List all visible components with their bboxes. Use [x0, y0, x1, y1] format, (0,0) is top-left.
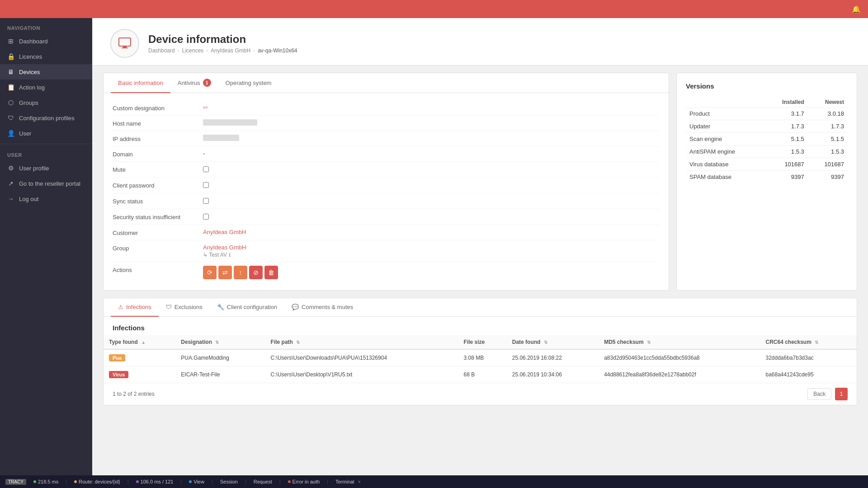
versions-content: Versions Installed Newest Product 3.1.7 … — [677, 73, 857, 192]
page-1-button[interactable]: 1 — [835, 388, 848, 400]
field-custom-designation: Custom designation ✏ — [113, 100, 660, 116]
response-dot — [33, 480, 36, 483]
table-row: Product 3.1.7 3.0.18 — [686, 108, 848, 120]
infections-title: Infections — [113, 324, 848, 332]
svg-rect-2 — [122, 47, 128, 48]
version-newest: 101687 — [808, 158, 848, 171]
bottom-tab-exclusions[interactable]: 🛡 Exclusions — [159, 298, 210, 317]
field-label: Sync status — [113, 197, 203, 205]
infection-filesize: 3.08 MB — [458, 349, 507, 366]
col-date-found[interactable]: Date found ⇅ — [507, 335, 599, 349]
page-title: Device information — [148, 33, 297, 46]
field-label: Custom designation — [113, 104, 203, 112]
infection-designation: PUA.GameModding — [175, 349, 265, 366]
col-file-path[interactable]: File path ⇅ — [265, 335, 458, 349]
type-badge: Pua — [109, 354, 125, 361]
sort-icon: ⇅ — [296, 340, 300, 345]
terminal-close-icon[interactable]: × — [358, 479, 361, 484]
status-request[interactable]: Request — [254, 479, 272, 484]
groups-icon: ⬡ — [7, 99, 14, 106]
lock-icon: 🔒 — [7, 53, 14, 60]
logout-icon: → — [7, 195, 14, 202]
breadcrumb-dashboard[interactable]: Dashboard — [148, 47, 175, 54]
mute-checkbox[interactable] — [203, 166, 209, 172]
svg-rect-1 — [123, 46, 127, 47]
sidebar-item-label: Groups — [19, 99, 38, 106]
infection-md5: 44d88612fea8a8f36de82e1278abb02f — [599, 366, 760, 383]
action-refresh-button[interactable]: ⟳ — [203, 266, 217, 279]
infections-table: Type found ▲ Designation ⇅ File path ⇅ — [104, 335, 857, 383]
infections-header: Infections — [104, 317, 857, 335]
versions-card: Versions Installed Newest Product 3.1.7 … — [676, 73, 857, 291]
sidebar-item-logout[interactable]: → Log out — [0, 191, 92, 206]
client-password-checkbox[interactable] — [203, 182, 209, 188]
field-customer: Customer AnyIdeas GmbH — [113, 225, 660, 240]
version-label: Updater — [686, 120, 764, 133]
field-label: Domain — [113, 150, 203, 158]
pagination-bar: 1 to 2 of 2 entries Back 1 — [104, 383, 857, 405]
sidebar-item-licences[interactable]: 🔒 Licences — [0, 49, 92, 64]
col-type-found[interactable]: Type found ▲ — [104, 335, 175, 349]
col-designation[interactable]: Designation ⇅ — [175, 335, 265, 349]
bottom-tab-comments-mutes[interactable]: 💬 Comments & mutes — [284, 298, 360, 317]
error-dot — [288, 480, 291, 483]
breadcrumb-customer[interactable]: AnyIdeas GmbH — [211, 47, 250, 54]
group-value: AnyIdeas GmbH ↳ Test AV ℹ — [203, 244, 660, 258]
main-content: Device information Dashboard › Licences … — [92, 18, 868, 475]
sidebar-item-user-profile[interactable]: ⚙ User profile — [0, 160, 92, 176]
version-installed: 3.1.7 — [764, 108, 808, 120]
status-view[interactable]: View — [189, 479, 204, 484]
infection-designation: EICAR-Test-File — [175, 366, 265, 383]
field-security-status: Security status insufficient — [113, 209, 660, 225]
action-block-button[interactable]: ⊘ — [249, 266, 263, 279]
back-button[interactable]: Back — [807, 388, 831, 400]
bell-icon[interactable]: 🔔 — [852, 5, 861, 14]
action-delete-button[interactable]: 🗑 — [264, 266, 278, 279]
sidebar-item-label: Configuration profiles — [19, 115, 75, 122]
action-upload-button[interactable]: ↑ — [234, 266, 247, 279]
infection-filesize: 68 B — [458, 366, 507, 383]
infection-type: Pua — [104, 349, 175, 366]
tab-operating-system[interactable]: Operating system — [218, 73, 279, 93]
status-terminal[interactable]: Terminal × — [335, 479, 361, 484]
sidebar-item-dashboard[interactable]: ⊞ Dashboard — [0, 33, 92, 49]
memory-dot — [136, 480, 139, 483]
content-grid: Basic information Antivirus 1 Operating … — [92, 66, 868, 298]
status-session[interactable]: Session — [220, 479, 238, 484]
group-main-link[interactable]: AnyIdeas GmbH — [203, 244, 660, 251]
edit-icon[interactable]: ✏ — [203, 104, 208, 111]
sidebar-item-configuration-profiles[interactable]: 🛡 Configuration profiles — [0, 110, 92, 126]
device-header: Device information Dashboard › Licences … — [92, 18, 868, 66]
sidebar-item-devices[interactable]: 🖥 Devices — [0, 64, 92, 80]
basic-info-card: Basic information Antivirus 1 Operating … — [103, 73, 669, 291]
table-row: Pua PUA.GameModding C:\Users\User\Downlo… — [104, 349, 857, 366]
user-icon: 👤 — [7, 130, 14, 137]
field-client-password: Client password — [113, 178, 660, 193]
col-md5[interactable]: MD5 checksum ⇅ — [599, 335, 760, 349]
infection-type: Virus — [104, 366, 175, 383]
customer-link[interactable]: AnyIdeas GmbH — [203, 229, 246, 235]
sidebar-item-groups[interactable]: ⬡ Groups — [0, 95, 92, 110]
action-transfer-button[interactable]: ⇄ — [218, 266, 232, 279]
tab-basic-info[interactable]: Basic information — [111, 73, 170, 93]
field-value: AnyIdeas GmbH ↳ Test AV ℹ — [203, 244, 660, 258]
col-file-size: File size — [458, 335, 507, 349]
bottom-tab-infections[interactable]: ⚠ Infections — [111, 298, 159, 317]
version-installed: 1.5.3 — [764, 145, 808, 158]
status-error-auth[interactable]: Error in auth — [288, 479, 320, 484]
breadcrumb-licences[interactable]: Licences — [182, 47, 203, 54]
tab-antivirus[interactable]: Antivirus 1 — [170, 73, 218, 93]
versions-col-name — [686, 97, 764, 108]
sync-status-checkbox[interactable] — [203, 198, 209, 204]
route-dot — [74, 480, 77, 483]
field-mute: Mute — [113, 162, 660, 178]
versions-col-installed: Installed — [764, 97, 808, 108]
col-crc64[interactable]: CRC64 checksum ⇅ — [760, 335, 857, 349]
infection-crc64: ba68a441243cde95 — [760, 366, 857, 383]
security-status-checkbox[interactable] — [203, 214, 209, 220]
sidebar-item-user[interactable]: 👤 User — [0, 126, 92, 141]
sidebar-item-action-log[interactable]: 📋 Action log — [0, 80, 92, 95]
action-buttons: ⟳ ⇄ ↑ ⊘ 🗑 — [203, 266, 660, 279]
bottom-tab-client-config[interactable]: 🔧 Client configuration — [210, 298, 284, 317]
sidebar-item-reseller-portal[interactable]: ↗ Go to the reseller portal — [0, 176, 92, 191]
